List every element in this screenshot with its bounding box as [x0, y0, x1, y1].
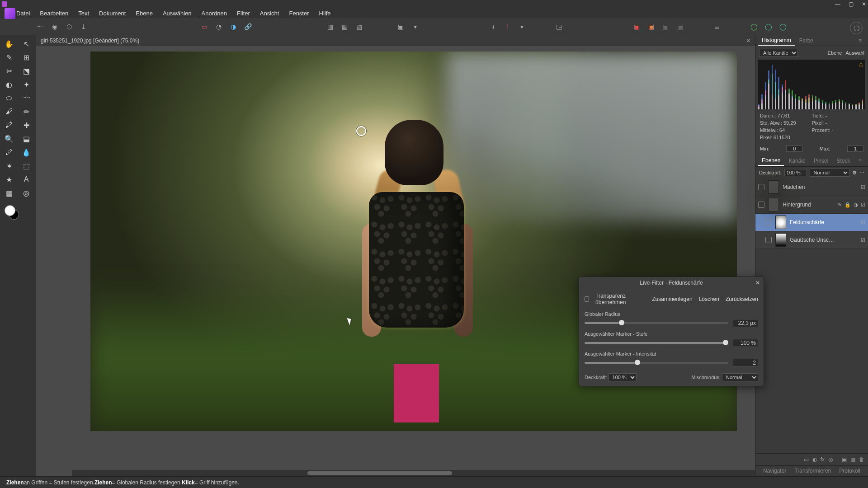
livefilter-icon[interactable]: ◎: [828, 456, 833, 463]
marquee-tool-icon[interactable]: ⬭: [2, 92, 16, 104]
menu-dokument[interactable]: Dokument: [99, 10, 126, 17]
tab-ebenen[interactable]: Ebenen: [758, 156, 784, 166]
group-icon[interactable]: ▣: [842, 456, 847, 463]
layer-row[interactable]: Mädchen ☑: [755, 178, 868, 196]
tab-navigator[interactable]: Navigator: [760, 466, 790, 475]
histogram-layer-button[interactable]: Ebene: [828, 50, 842, 56]
fill-tool-icon[interactable]: ⬓: [19, 133, 33, 145]
layer-flag-icon[interactable]: ✎: [838, 202, 842, 208]
tab-protokoll[interactable]: Protokoll: [835, 466, 864, 475]
live-filter-dialog[interactable]: Live-Filter - Feldunschärfe ✕ Transparen…: [579, 277, 764, 386]
snap-grid-icon[interactable]: ▥: [324, 21, 336, 33]
marker-level-slider[interactable]: [585, 342, 728, 344]
tab-kanaele[interactable]: Kanäle: [785, 156, 809, 165]
document-tab[interactable]: girl-535251_1920.jpg [Geändert] (75,0%) …: [36, 35, 755, 46]
selection-tool-icon[interactable]: ✦: [19, 79, 33, 90]
layer-visibility-checkbox[interactable]: [765, 219, 772, 225]
arrange-backward-icon[interactable]: ▣: [645, 21, 657, 33]
histogram-selection-button[interactable]: Auswahl: [845, 50, 864, 56]
menu-auswaehlen[interactable]: Auswählen: [163, 10, 192, 17]
arrange-front-icon[interactable]: ▣: [674, 21, 686, 33]
quick-export-icon[interactable]: ◲: [553, 21, 565, 33]
channel-select[interactable]: Alle Kanäle: [759, 49, 798, 57]
star-tool-icon[interactable]: ★: [2, 174, 16, 185]
layer-visibility-checkbox[interactable]: [758, 184, 764, 190]
pentool-icon[interactable]: 🖊: [2, 146, 16, 158]
menu-datei[interactable]: Datei: [16, 10, 30, 17]
persona-photo-icon[interactable]: 〰: [34, 21, 46, 33]
pen-tool-icon[interactable]: ✎: [2, 52, 16, 63]
min-input[interactable]: [786, 145, 802, 152]
layer-row[interactable]: Feldunschärfe ☑: [755, 214, 868, 231]
pencil-tool-icon[interactable]: ✏: [19, 106, 33, 117]
sync-c-icon[interactable]: ◯: [777, 21, 789, 33]
trash-icon[interactable]: 🗑: [859, 456, 864, 463]
brush-tool-icon[interactable]: 🖌: [2, 106, 16, 117]
heal-tool-icon[interactable]: ✚: [19, 119, 33, 131]
minimize-button[interactable]: —: [835, 1, 840, 7]
autowb-icon[interactable]: 🔗: [242, 21, 254, 33]
layer-flag-icon[interactable]: ☑: [861, 220, 865, 225]
layer-fx-icon[interactable]: ⚙: [852, 170, 857, 176]
persona-develop-icon[interactable]: ⬡: [63, 21, 75, 33]
addlayer-icon[interactable]: ▦: [850, 456, 855, 463]
layer-opacity-input[interactable]: [784, 169, 807, 176]
layer-flag-icon[interactable]: 🔒: [844, 202, 851, 208]
blend-mode-select[interactable]: Normal: [810, 169, 849, 177]
arrange-forward-icon[interactable]: ▣: [660, 21, 671, 33]
layer-visibility-checkbox[interactable]: [765, 237, 772, 243]
menu-filter[interactable]: Filter: [237, 10, 250, 17]
menu-ansicht[interactable]: Ansicht: [260, 10, 279, 17]
shape-tool-icon[interactable]: ⬔: [19, 65, 33, 77]
reset-button[interactable]: Zurücksetzen: [726, 296, 758, 302]
slice-tool-icon[interactable]: ✂: [2, 65, 16, 77]
layer-row[interactable]: Gaußsche Unsc… ☑: [755, 231, 868, 249]
foreground-color-icon[interactable]: [5, 205, 15, 216]
frame-tool-icon[interactable]: ⬚: [19, 160, 33, 172]
snap-pixel-icon[interactable]: ▦: [339, 21, 350, 33]
panel-menu-icon[interactable]: ≡: [855, 36, 865, 45]
account-icon[interactable]: ◯: [850, 22, 863, 34]
dlg-opacity-select[interactable]: 100 %: [609, 373, 637, 381]
dialog-close-icon[interactable]: ✕: [755, 280, 760, 286]
arrange-back-icon[interactable]: ▣: [631, 21, 642, 33]
persona-liquify-icon[interactable]: ◉: [49, 21, 61, 33]
paint-tool-icon[interactable]: 🖍: [2, 119, 16, 131]
adjust-icon[interactable]: ◐: [812, 456, 817, 463]
delete-button[interactable]: Löschen: [699, 296, 719, 302]
menu-text[interactable]: Text: [78, 10, 89, 17]
menu-anordnen[interactable]: Anordnen: [202, 10, 227, 17]
close-window-button[interactable]: ✕: [862, 1, 866, 7]
move-tool-icon[interactable]: ↖: [19, 38, 33, 50]
sparkle-tool-icon[interactable]: ✶: [2, 160, 16, 172]
tab-histogram[interactable]: Histogramm: [758, 36, 795, 46]
marker-intensity-input[interactable]: [733, 359, 758, 367]
autocontrast-icon[interactable]: ◔: [213, 21, 225, 33]
fx-icon[interactable]: fx: [821, 456, 825, 463]
layers-menu-icon[interactable]: ≡: [855, 156, 865, 165]
menu-bearbeiten[interactable]: Bearbeiten: [40, 10, 68, 17]
gradient-tool-icon[interactable]: ◐: [2, 79, 16, 90]
tab-stock[interactable]: Stock: [833, 156, 854, 165]
sync-b-icon[interactable]: ◯: [763, 21, 774, 33]
layer-row[interactable]: Hintergrund ✎🔒◑☑: [755, 196, 868, 214]
target-tool-icon[interactable]: ◎: [19, 187, 33, 199]
grid-tool-icon[interactable]: ▦: [2, 187, 16, 199]
layer-visibility-checkbox[interactable]: [758, 202, 764, 208]
merge-button[interactable]: Zusammenlegen: [652, 296, 692, 302]
global-radius-input[interactable]: [733, 319, 758, 327]
maximize-button[interactable]: ▢: [849, 1, 854, 7]
align-left-icon[interactable]: ⫞: [487, 21, 499, 33]
tab-farbe[interactable]: Farbe: [796, 36, 817, 45]
global-radius-slider[interactable]: [585, 322, 728, 324]
blur-marker-icon[interactable]: [356, 126, 366, 136]
layer-flag-icon[interactable]: ☑: [861, 237, 865, 243]
max-input[interactable]: [847, 145, 863, 152]
marker-level-input[interactable]: [733, 339, 758, 347]
align-center-icon[interactable]: ⋮: [501, 21, 513, 33]
transparency-checkbox[interactable]: [585, 296, 589, 302]
hand-tool-icon[interactable]: ✋: [2, 38, 16, 50]
doc-dropdown-icon[interactable]: ▾: [409, 21, 421, 33]
menu-hilfe[interactable]: Hilfe: [319, 10, 331, 17]
color-swatch[interactable]: [5, 205, 21, 221]
